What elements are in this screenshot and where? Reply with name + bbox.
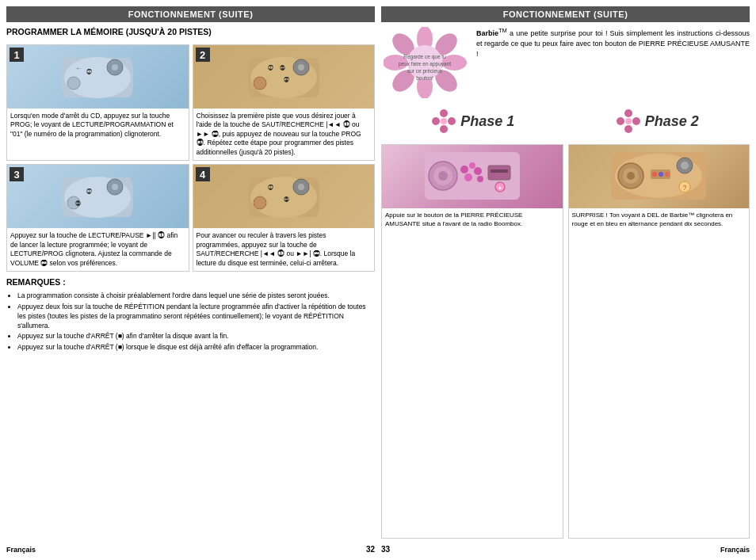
- svg-point-18: [112, 184, 118, 190]
- step-2-box: 2 ⓵ ⓶ ⓷ Choisissez la première piste que…: [193, 44, 376, 161]
- step-3-text: Appuyez sur la touche de LECTURE/PAUSE ►…: [7, 228, 189, 271]
- svg-point-3: [112, 64, 118, 70]
- svg-text:⓵: ⓵: [86, 69, 92, 74]
- svg-point-10: [298, 64, 304, 70]
- svg-text:⓶: ⓶: [280, 65, 285, 70]
- phase-2-flower-icon: [617, 109, 640, 133]
- svg-point-42: [440, 109, 448, 117]
- remark-1: La programmation consiste à choisir préa…: [17, 291, 375, 301]
- step-1-text: Lorsqu'en mode d'arrêt du CD, appuyez su…: [7, 109, 189, 160]
- svg-point-51: [625, 118, 632, 124]
- svg-point-77: [665, 172, 670, 177]
- svg-point-4: [67, 77, 80, 90]
- svg-point-48: [632, 117, 640, 125]
- svg-text:bouton!: bouton!: [416, 75, 433, 81]
- svg-text:⓵: ⓵: [268, 65, 273, 70]
- svg-point-75: [652, 172, 657, 177]
- svg-point-45: [432, 117, 440, 125]
- svg-point-57: [469, 162, 475, 169]
- svg-text:✦: ✦: [498, 185, 502, 191]
- left-page-number: 32: [366, 545, 375, 554]
- phase-1-label: Phase 1: [460, 113, 514, 130]
- step-1-box: 1 ⓵ ← Lorsqu'en mode d'arrêt du CD, appu…: [6, 44, 189, 161]
- step-2-text: Choisissez la première piste que vous dé…: [193, 109, 375, 160]
- sub-header: PROGRAMMER LA MÉMOIRE (JUSQU'À 20 PISTES…: [6, 27, 375, 36]
- right-footer: 33 Français: [381, 543, 750, 554]
- flower-decoration: Regarde ce que tu peux faire en appuyant…: [384, 27, 467, 98]
- step-2-illustration: ⓵ ⓶ ⓷: [244, 50, 323, 104]
- barbie-player-front: ✦: [421, 146, 524, 208]
- barbie-description: BarbieTM a une petite surprise pour toi …: [476, 27, 750, 59]
- barbie-text: BarbieTM a une petite surprise pour toi …: [476, 29, 750, 58]
- svg-point-47: [624, 109, 632, 117]
- svg-point-59: [464, 173, 472, 181]
- step-1-illustration: ⓵ ←: [58, 50, 137, 104]
- svg-point-76: [659, 172, 663, 177]
- svg-point-56: [460, 166, 468, 173]
- svg-point-55: [438, 171, 448, 181]
- bottom-image-2: ?: [569, 145, 750, 208]
- step-4-image: 4 ⓵ ⓶: [193, 165, 375, 228]
- phase-1-flower-icon: [432, 109, 456, 133]
- step-3-illustration: ⓶ ⓵: [58, 170, 137, 223]
- svg-text:⓶: ⓶: [75, 200, 81, 206]
- svg-point-46: [441, 118, 447, 124]
- svg-point-69: [627, 172, 635, 180]
- left-footer: Français 32: [6, 543, 375, 554]
- left-panel: FONCTIONNEMENT (SUITE) PROGRAMMER LA MÉM…: [6, 6, 375, 554]
- right-panel: FONCTIONNEMENT (SUITE): [381, 6, 750, 554]
- svg-point-26: [254, 196, 266, 209]
- remarks-section: REMARQUES : La programmation consiste à …: [6, 276, 375, 354]
- step-2-image: 2 ⓵ ⓶ ⓷: [193, 45, 375, 109]
- right-content: Regarde ce que tu peux faire en appuyant…: [381, 27, 750, 539]
- svg-point-11: [254, 77, 266, 90]
- step-3-box: 3 ⓶ ⓵ Appuyez sur la touche de LECTURE/P…: [6, 164, 189, 272]
- remark-3: Appuyez sur la touche d'ARRÊT (■) afin d…: [17, 332, 375, 341]
- remark-4: Appuyez sur la touche d'ARRÊT (■) lorsqu…: [17, 343, 375, 352]
- svg-text:⓵: ⓵: [86, 189, 92, 194]
- svg-point-58: [474, 167, 482, 175]
- svg-rect-62: [491, 170, 508, 173]
- phase-2-label: Phase 2: [645, 113, 699, 130]
- bottom-box-2: ? SURPRISE ! Ton voyant à DEL de Barbie™…: [568, 144, 750, 539]
- svg-text:sur ce précieux: sur ce précieux: [407, 68, 442, 74]
- svg-point-71: [681, 162, 689, 170]
- step-4-number: 4: [196, 167, 210, 181]
- left-section-header: FONCTIONNEMENT (SUITE): [6, 6, 375, 22]
- svg-text:peux faire en appuyant: peux faire en appuyant: [398, 61, 450, 67]
- step-3-image: 3 ⓶ ⓵: [7, 165, 189, 228]
- svg-text:←: ←: [75, 65, 82, 72]
- svg-point-49: [624, 125, 632, 133]
- remark-2: Appuyez deux fois sur la touche de RÉPÉT…: [17, 303, 375, 331]
- bottom-text-2: SURPRISE ! Ton voyant à DEL de Barbie™ c…: [569, 208, 750, 232]
- bottom-box-1: ✦ Appuie sur le bouton de la PIERRE PRÉC…: [381, 144, 563, 539]
- svg-text:⓶: ⓶: [284, 196, 289, 202]
- step-1-image: 1 ⓵ ←: [7, 45, 189, 109]
- right-page-number: 33: [381, 545, 390, 554]
- step-4-box: 4 ⓵ ⓶ Pour avancer ou reculer à travers …: [193, 164, 376, 272]
- steps-grid: 1 ⓵ ← Lorsqu'en mode d'arrêt du CD, appu…: [6, 44, 375, 272]
- step-2-number: 2: [196, 48, 210, 62]
- remarks-list: La programmation consiste à choisir préa…: [6, 291, 375, 352]
- svg-text:Regarde ce que tu: Regarde ce que tu: [403, 54, 446, 60]
- bottom-text-1: Appuie sur le bouton de la PIERRE PRÉCIE…: [382, 208, 563, 232]
- svg-point-60: [477, 176, 483, 182]
- phase-section: Phase 1 Phase 2: [381, 105, 750, 138]
- top-right-section: Regarde ce que tu peux faire en appuyant…: [381, 27, 750, 98]
- left-footer-lang: Français: [6, 546, 36, 554]
- svg-text:?: ?: [683, 184, 687, 192]
- svg-point-43: [448, 117, 456, 125]
- svg-point-44: [440, 125, 448, 133]
- right-footer-lang: Français: [720, 546, 750, 554]
- svg-point-25: [298, 184, 304, 190]
- barbie-player-side: ?: [607, 146, 710, 208]
- step-3-number: 3: [10, 167, 24, 181]
- svg-point-50: [617, 117, 624, 125]
- phase-1-item: Phase 1: [432, 109, 514, 133]
- phase-2-item: Phase 2: [617, 109, 699, 133]
- bottom-right-section: ✦ Appuie sur le bouton de la PIERRE PRÉC…: [381, 144, 750, 539]
- svg-text:⓷: ⓷: [284, 77, 289, 82]
- remarks-header: REMARQUES :: [6, 276, 375, 288]
- bottom-image-1: ✦: [382, 145, 563, 208]
- step-1-number: 1: [10, 48, 24, 62]
